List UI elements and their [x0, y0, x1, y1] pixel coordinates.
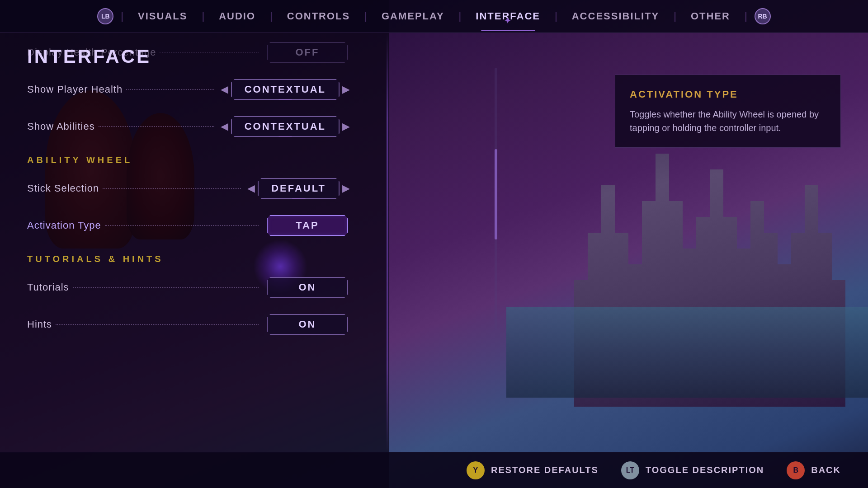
setting-row-tutorials[interactable]: Tutorials ON	[27, 269, 353, 306]
setting-label-show-player-health: Show Player Health	[27, 84, 123, 95]
selector-dash-1	[278, 99, 292, 101]
nav-rb-button[interactable]: RB	[755, 8, 771, 24]
y-button: Y	[467, 461, 485, 479]
scrollbar-track[interactable]	[495, 68, 497, 330]
dots-1	[126, 89, 214, 90]
nav-sep-3: |	[363, 10, 369, 22]
setting-row-show-player-health[interactable]: Show Player Health ◀ CONTEXTUAL ▶	[27, 71, 353, 108]
arrow-left-stick[interactable]: ◀	[245, 183, 258, 194]
setting-label-display-health-pct: Display Health Percentage	[27, 47, 156, 58]
info-panel: ACTIVATION TYPE Toggles whether the Abil…	[615, 75, 841, 148]
dots-0	[160, 52, 259, 53]
selector-display-health-pct: OFF	[267, 42, 348, 63]
arrow-right-abilities[interactable]: ▶	[340, 121, 353, 132]
setting-row-display-health-pct: Display Health Percentage OFF	[27, 34, 353, 71]
value-selector-display-health-pct: OFF	[262, 42, 353, 63]
nav-item-other[interactable]: OTHER	[678, 10, 743, 22]
value-selector-show-abilities[interactable]: ◀ CONTEXTUAL ▶	[218, 116, 353, 137]
scrollbar-thumb[interactable]	[495, 149, 497, 239]
lt-button: LT	[621, 461, 639, 479]
setting-label-activation-type: Activation Type	[27, 220, 101, 231]
settings-panel: Display Health Percentage OFF Show Playe…	[0, 34, 380, 452]
nav-lb-button[interactable]: LB	[97, 8, 113, 24]
dots-3	[103, 188, 241, 189]
arrow-right-health[interactable]: ▶	[340, 84, 353, 95]
value-selector-stick-selection[interactable]: ◀ DEFAULT ▶	[245, 178, 353, 199]
selector-show-abilities: CONTEXTUAL	[231, 116, 340, 137]
value-selector-hints[interactable]: ON	[262, 314, 353, 335]
nav-item-visuals[interactable]: VISUALS	[125, 10, 200, 22]
selector-dash-3	[292, 198, 306, 200]
back-action[interactable]: B BACK	[787, 461, 841, 479]
section-header-tutorials-hints: TUTORIALS & HINTS	[27, 244, 353, 269]
settings-list: Display Health Percentage OFF Show Playe…	[0, 34, 380, 343]
vertical-divider	[387, 34, 388, 452]
nav-sep-2: |	[268, 10, 274, 22]
top-nav: LB | VISUALS | AUDIO | CONTROLS | GAMEPL…	[0, 0, 868, 33]
setting-row-show-abilities[interactable]: Show Abilities ◀ CONTEXTUAL ▶	[27, 108, 353, 145]
content-wrapper: LB | VISUALS | AUDIO | CONTROLS | GAMEPL…	[0, 0, 868, 488]
section-header-ability-wheel: ABILITY WHEEL	[27, 145, 353, 170]
dots-5	[73, 287, 259, 288]
nav-sep-5: |	[553, 10, 559, 22]
info-panel-description: Toggles whether the Ability Wheel is ope…	[630, 108, 826, 135]
nav-item-gameplay[interactable]: GAMEPLAY	[369, 10, 457, 22]
nav-sep-1: |	[200, 10, 206, 22]
selector-tutorials: ON	[267, 277, 348, 298]
info-panel-title: ACTIVATION TYPE	[630, 89, 826, 100]
dots-4	[105, 225, 259, 226]
back-label: BACK	[811, 465, 841, 475]
nav-item-audio[interactable]: AUDIO	[206, 10, 268, 22]
setting-label-show-abilities: Show Abilities	[27, 121, 95, 132]
arrow-left-health[interactable]: ◀	[218, 84, 231, 95]
restore-defaults-action[interactable]: Y RESTORE DEFAULTS	[467, 461, 599, 479]
nav-sep-7: |	[743, 10, 749, 22]
selector-activation-type: TAP	[267, 215, 348, 236]
nav-item-accessibility[interactable]: ACCESSIBILITY	[559, 10, 672, 22]
value-selector-activation-type[interactable]: TAP	[262, 215, 353, 236]
setting-label-tutorials: Tutorials	[27, 282, 69, 293]
nav-sep-0: |	[119, 10, 125, 22]
setting-row-hints[interactable]: Hints ON	[27, 306, 353, 343]
nav-active-indicator: ✦	[504, 16, 512, 26]
selector-show-player-health: CONTEXTUAL	[231, 79, 340, 100]
value-selector-show-player-health[interactable]: ◀ CONTEXTUAL ▶	[218, 79, 353, 100]
selector-stick-selection: DEFAULT	[258, 178, 340, 199]
nav-item-controls[interactable]: CONTROLS	[274, 10, 363, 22]
value-selector-tutorials[interactable]: ON	[262, 277, 353, 298]
toggle-description-label: TOGGLE DESCRIPTION	[646, 465, 764, 475]
b-button: B	[787, 461, 805, 479]
toggle-description-action[interactable]: LT TOGGLE DESCRIPTION	[621, 461, 764, 479]
selector-hints: ON	[267, 314, 348, 335]
setting-label-hints: Hints	[27, 319, 52, 330]
setting-label-stick-selection: Stick Selection	[27, 183, 99, 194]
restore-defaults-label: RESTORE DEFAULTS	[491, 465, 599, 475]
nav-item-interface[interactable]: INTERFACE ✦	[463, 10, 553, 22]
setting-row-activation-type[interactable]: Activation Type TAP	[27, 207, 353, 244]
arrow-right-stick[interactable]: ▶	[340, 183, 353, 194]
nav-sep-4: |	[457, 10, 463, 22]
dots-2	[99, 126, 214, 127]
setting-row-stick-selection[interactable]: Stick Selection ◀ DEFAULT ▶	[27, 170, 353, 207]
arrow-left-abilities[interactable]: ◀	[218, 121, 231, 132]
selector-dash-2	[278, 136, 292, 138]
nav-sep-6: |	[672, 10, 678, 22]
bottom-bar: Y RESTORE DEFAULTS LT TOGGLE DESCRIPTION…	[0, 452, 868, 488]
dots-6	[56, 324, 259, 325]
